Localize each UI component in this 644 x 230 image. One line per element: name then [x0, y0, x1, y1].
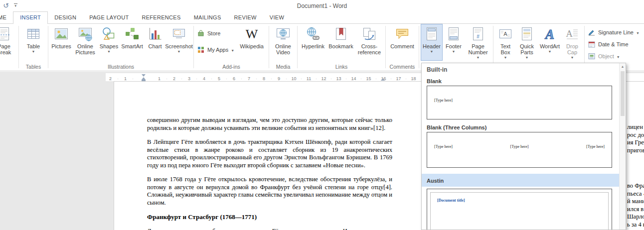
document-text-fragment: лицен — [627, 123, 644, 131]
shapes-label: Shapes — [100, 43, 118, 49]
page-break-label: Page Break — [0, 43, 18, 55]
document-text-fragment: пригов — [627, 147, 644, 155]
comment-icon — [394, 26, 410, 42]
online-pictures-button[interactable]: Online Pictures — [73, 24, 98, 61]
indent-marker-right[interactable] — [381, 78, 385, 81]
pictures-button[interactable]: Pictures — [50, 24, 73, 61]
gallery-scrollbar[interactable]: ▲ — [619, 63, 626, 230]
dropdown-arrow-icon: ▼ — [636, 31, 640, 35]
dropdown-arrow-icon: ▼ — [548, 50, 552, 53]
document-heading[interactable]: Франкфурт и Страсбург (1768—1771) — [147, 213, 392, 221]
table-label: Table — [27, 43, 40, 49]
signature-line-icon — [588, 28, 596, 36]
footer-button[interactable]: Footer ▼ — [443, 24, 465, 61]
shapes-button[interactable]: Shapes ▼ — [98, 24, 120, 61]
bookmark-button[interactable]: Bookmark — [327, 24, 355, 61]
document-text-fragment: ия Грет — [627, 139, 644, 147]
group-separator — [385, 26, 386, 68]
store-button[interactable]: Store — [195, 28, 236, 38]
document-paragraph[interactable]: совершенно другим выводам и взглядам, че… — [147, 116, 392, 132]
ribbon-group-links: Hyperlink Bookmark Cross-reference Links — [298, 24, 385, 71]
gallery-item-name: Austin — [427, 178, 444, 184]
chart-icon — [147, 26, 163, 42]
gallery-item-preview: [Type here] — [427, 86, 612, 119]
page-number-label: Page Number — [465, 43, 491, 55]
scrollbar-thumb[interactable] — [621, 71, 625, 116]
document-paragraph[interactable]: В Лейпциге Гёте влюбляется в дочь тракти… — [147, 138, 392, 169]
page-number-button[interactable]: # Page Number ▼ — [465, 24, 491, 61]
header-button[interactable]: Header ▼ — [421, 24, 443, 61]
my-apps-label: My Apps — [207, 47, 228, 53]
drop-cap-label: Drop Cap — [562, 43, 583, 55]
document-text[interactable]: совершенно другим выводам и взглядам, че… — [147, 116, 392, 230]
gallery-section-title: Built-in — [422, 63, 619, 74]
ribbon-group-comments: Comment Comments — [386, 24, 418, 71]
cross-reference-icon — [361, 26, 377, 42]
online-video-button[interactable]: Online Video — [271, 24, 296, 61]
online-video-icon — [275, 26, 291, 42]
group-separator — [297, 26, 298, 68]
drop-cap-button[interactable]: A Drop Cap ▼ — [562, 24, 583, 61]
bookmark-label: Bookmark — [328, 43, 353, 49]
table-icon — [25, 26, 41, 42]
gallery-item-preview: [Document title] — [427, 189, 612, 230]
wikipedia-button[interactable]: W Wikipedia — [236, 24, 267, 61]
online-pictures-icon — [77, 26, 93, 42]
header-icon — [424, 26, 440, 42]
tab-review[interactable]: REVIEW — [228, 12, 263, 23]
tab-mailings[interactable]: MAILINGS — [187, 12, 228, 23]
group-separator — [584, 26, 585, 68]
tab-design[interactable]: DESIGN — [48, 12, 83, 23]
smartart-label: SmartArt — [121, 43, 143, 49]
tab-insert[interactable]: INSERT — [13, 11, 48, 24]
hyperlink-button[interactable]: Hyperlink — [299, 24, 327, 61]
signature-line-button[interactable]: Signature Line ▼ — [586, 27, 641, 37]
tab-references[interactable]: REFERENCES — [135, 12, 187, 23]
gallery-item-blank[interactable]: Blank [Type here] — [422, 74, 619, 119]
pictures-label: Pictures — [51, 43, 71, 49]
date-time-button[interactable]: Date & Time — [586, 39, 630, 49]
group-separator — [269, 26, 269, 68]
screenshot-label: Screenshot — [165, 43, 193, 49]
gallery-selected-row[interactable]: Austin — [422, 174, 619, 187]
document-text-fragment: во Фра — [627, 182, 644, 190]
group-separator — [493, 26, 493, 68]
title-bar: ↺ ▼ Document1 - Word — [0, 0, 644, 12]
text-box-button[interactable]: A Text Box ▼ — [495, 24, 516, 61]
wordart-icon: A — [542, 26, 558, 42]
date-time-icon — [588, 40, 596, 48]
smartart-button[interactable]: SmartArt — [120, 24, 144, 61]
my-apps-icon — [197, 46, 205, 54]
document-paragraph[interactable]: В июле 1768 года у Гёте открылось кровот… — [147, 176, 392, 207]
scroll-up-icon[interactable]: ▲ — [620, 63, 626, 68]
page-break-button[interactable]: Page Break — [0, 24, 18, 61]
wordart-button[interactable]: A WordArt ▼ — [538, 24, 562, 61]
group-label-addins: Add-ins — [222, 62, 240, 71]
chart-button[interactable]: Chart — [144, 24, 166, 61]
group-label-links: Links — [335, 62, 348, 71]
my-apps-button[interactable]: My Apps ▼ — [195, 45, 236, 55]
screenshot-button[interactable]: Screenshot ▼ — [166, 24, 192, 61]
quick-parts-button[interactable]: Quick Parts ▼ — [516, 24, 538, 61]
svg-text:W: W — [246, 27, 258, 41]
cross-reference-button[interactable]: Cross-reference — [355, 24, 384, 61]
tab-view[interactable]: VIEW — [263, 12, 291, 23]
document-text-fragment: пьеса « — [627, 190, 644, 198]
ribbon-group-tables: Table ▼ Tables — [19, 24, 47, 71]
indent-marker-left[interactable] — [142, 74, 146, 82]
tab-home[interactable]: HOME — [0, 12, 13, 23]
comment-button[interactable]: Comment — [387, 24, 417, 61]
gallery-item-blank-three-columns[interactable]: Blank (Three Columns) [Type here] [Type … — [422, 120, 619, 168]
dropdown-arrow-icon: ▼ — [504, 56, 507, 59]
hyperlink-label: Hyperlink — [302, 43, 324, 49]
gallery-item-name: Blank (Three Columns) — [422, 120, 619, 132]
tab-page-layout[interactable]: PAGE LAYOUT — [83, 12, 135, 23]
gallery-item-austin[interactable]: Austin [Document title] — [422, 174, 619, 230]
object-label: Object — [598, 53, 614, 59]
object-button[interactable]: Object ▼ — [586, 51, 622, 61]
table-button[interactable]: Table ▼ — [20, 24, 46, 61]
ruler-number: 2 — [107, 75, 114, 83]
type-here-placeholder: [Type here] — [586, 144, 605, 149]
document-paragraph[interactable]: Долгое выздоровление обратило мысли юног… — [147, 228, 392, 230]
hyperlink-icon — [305, 26, 321, 42]
